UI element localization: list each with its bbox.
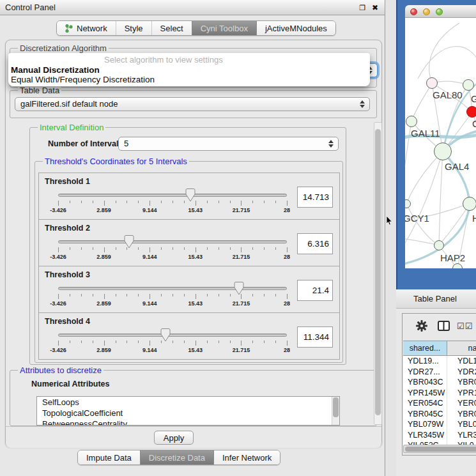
threshold-value-field[interactable]: 21.4 — [297, 280, 333, 301]
close-icon[interactable]: ✖ — [372, 0, 378, 15]
tick-mark — [219, 294, 219, 296]
slider-ticks — [58, 341, 287, 346]
tick-label: 2.859 — [96, 207, 111, 213]
minimize-light[interactable] — [423, 8, 430, 15]
table-row[interactable]: YLR345WYLR3 — [403, 430, 476, 441]
tick-mark — [104, 247, 105, 252]
tick-mark — [230, 341, 231, 343]
num-intervals-label: Number of Intervals — [48, 137, 123, 151]
attribute-item-topologicalcoefficient[interactable]: TopologicalCoefficient — [37, 408, 339, 418]
numerical-attributes-list[interactable]: SelfLoopsTopologicalCoefficientBetweenne… — [36, 396, 340, 426]
tab-select[interactable]: Select — [151, 21, 192, 35]
tick-label: -3.426 — [50, 300, 66, 307]
tick-mark — [287, 201, 288, 206]
content-scrollbar-thumb[interactable] — [375, 129, 381, 415]
tick-mark — [70, 247, 70, 250]
slider-track[interactable] — [58, 194, 287, 197]
attributes-list-scrollbar-thumb[interactable] — [333, 397, 339, 417]
tick-label: 15.43 — [188, 300, 203, 307]
table-row[interactable]: YER054CYER0 — [403, 398, 476, 409]
column-layout-icon[interactable] — [438, 321, 450, 331]
table-hscrollbar-thumb[interactable] — [405, 447, 476, 452]
table-row[interactable]: YBR045CYBR0 — [403, 409, 476, 420]
slider-track[interactable] — [58, 240, 287, 243]
table-cell: YDL1 — [447, 356, 476, 367]
threshold-value-field[interactable]: 11.344 — [297, 326, 333, 348]
threshold-value-field[interactable]: 6.316 — [297, 233, 333, 254]
threshold-label: Threshold 1 — [45, 177, 90, 186]
tick-mark — [287, 247, 288, 252]
threshold-value-field[interactable]: 14.713 — [297, 187, 333, 208]
discretization-algorithm-group-title: Discretization Algorithm — [18, 43, 109, 53]
close-light[interactable] — [410, 8, 417, 15]
network-node[interactable] — [426, 77, 438, 89]
column-header-na[interactable]: na — [447, 341, 476, 355]
table-row[interactable]: YBL079WYBL0 — [403, 419, 476, 430]
network-node[interactable] — [406, 116, 417, 127]
popup-option-equal-width-frequency[interactable]: Equal Width/Frequency Discretization — [11, 75, 155, 84]
num-intervals-combobox[interactable]: 5 — [118, 137, 339, 151]
network-node[interactable] — [434, 240, 444, 250]
tick-mark — [104, 294, 105, 299]
network-window-titlebar[interactable] — [405, 5, 476, 18]
network-node[interactable] — [434, 142, 452, 160]
network-node[interactable] — [463, 197, 476, 211]
table-row[interactable]: YDR27...YDR2 — [403, 367, 476, 378]
popup-placeholder: Select algorithm to view settings — [104, 55, 223, 65]
tick-mark — [196, 341, 196, 346]
threshold-slider-4[interactable]: -3.4262.8599.14415.4321.71528 — [58, 330, 287, 356]
threshold-slider-2[interactable]: -3.4262.8599.14415.4321.71528 — [58, 237, 287, 263]
tick-mark — [161, 294, 162, 296]
tab-discretize-data[interactable]: Discretize Data — [140, 450, 213, 464]
slider-track[interactable] — [58, 287, 287, 290]
gear-icon[interactable] — [416, 320, 427, 332]
tick-mark — [138, 341, 139, 343]
tab-cyni-toolbox[interactable]: Cyni Toolbox — [192, 21, 256, 35]
threshold-panel-2: Threshold 2-3.4262.8599.14415.4321.71528… — [38, 219, 340, 266]
tick-mark — [161, 341, 162, 343]
table-row[interactable]: YPR145WYPR1 — [403, 388, 476, 399]
table-row[interactable]: YBR043CYBR0 — [403, 377, 476, 388]
attribute-item-selfloops[interactable]: SelfLoops — [37, 397, 339, 408]
apply-button[interactable]: Apply — [154, 431, 194, 445]
threshold-slider-1[interactable]: -3.4262.8599.14415.4321.71528 — [58, 190, 287, 216]
network-node[interactable] — [466, 106, 476, 118]
column-header-shared[interactable]: shared... — [403, 341, 447, 355]
table-cell: YDL19... — [403, 356, 447, 367]
table-row[interactable]: YDL19...YDL1 — [403, 356, 476, 367]
tab-impute-data[interactable]: Impute Data — [78, 450, 140, 464]
table-hscrollbar[interactable] — [403, 445, 476, 453]
tick-mark — [116, 341, 116, 343]
tick-mark — [264, 247, 265, 250]
tab-label: jActiveMNodules — [265, 24, 327, 33]
tick-mark — [173, 341, 173, 343]
tick-mark — [104, 341, 105, 346]
table-cell: YER0 — [447, 398, 476, 409]
network-node[interactable] — [463, 79, 474, 91]
float-window-icon[interactable]: ❐ — [359, 0, 365, 15]
table-cell: YBL079W — [403, 419, 447, 430]
tick-mark — [184, 294, 185, 296]
content-scrollbar[interactable] — [374, 122, 382, 425]
table-data-combobox[interactable]: galFiltered.sif default node — [15, 97, 370, 111]
column-visibility-icons[interactable]: ☑☑ — [457, 321, 473, 331]
table-cell: YDR2 — [447, 367, 476, 378]
threshold-panel-4: Threshold 4-3.4262.8599.14415.4321.71528… — [38, 312, 340, 360]
mouse-cursor — [386, 216, 393, 226]
popup-option-manual-discretization[interactable]: Manual Discretization — [11, 65, 100, 75]
tick-mark — [81, 247, 82, 250]
tab-jactivemnodules[interactable]: jActiveMNodules — [256, 21, 335, 35]
threshold-slider-3[interactable]: -3.4262.8599.14415.4321.71528 — [58, 284, 287, 309]
attributes-list-scrollbar[interactable] — [332, 397, 339, 425]
tick-mark — [184, 341, 185, 343]
tick-mark — [241, 201, 242, 206]
zoom-light[interactable] — [436, 8, 443, 15]
attribute-item-betweennesscentrality[interactable]: BetweennessCentrality — [37, 418, 339, 426]
tab-network[interactable]: Network — [57, 21, 116, 35]
tab-style[interactable]: Style — [116, 21, 151, 35]
tab-infer-network[interactable]: Infer Network — [213, 450, 280, 464]
tick-mark — [93, 341, 93, 343]
slider-track[interactable] — [58, 334, 287, 337]
tab-label: Cyni Toolbox — [201, 24, 248, 33]
network-canvas[interactable]: GAL80GACGAL11GAL4GCY1HHAP2 — [405, 18, 476, 268]
